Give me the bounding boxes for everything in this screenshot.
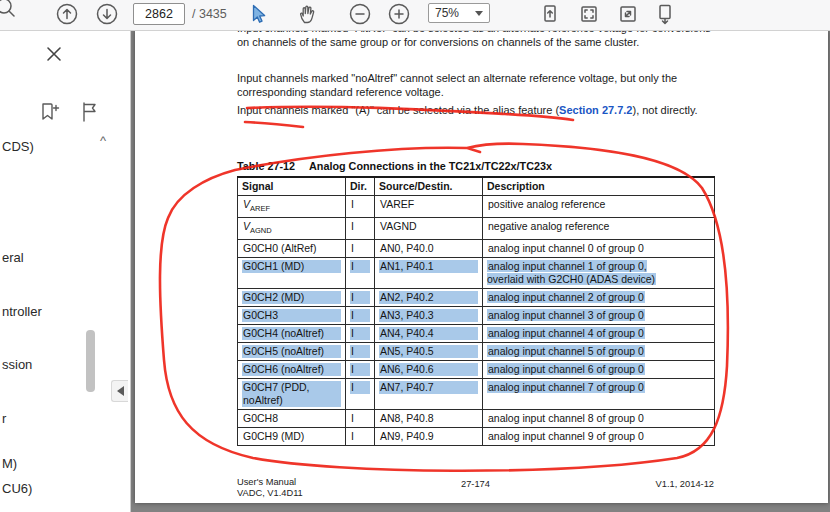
chevron-down-icon: [475, 11, 483, 16]
single-page-view-icon[interactable]: [538, 2, 562, 26]
select-tool-icon[interactable]: [246, 2, 270, 26]
footer-page-number: 27-174: [237, 479, 714, 489]
table-header-row: Signal Dir. Source/Destin. Description: [238, 177, 715, 196]
table-row: G0CH4 (noAltref)IAN4, P40.4analog input …: [238, 325, 715, 343]
table-row: G0CH9 (MD)IAN9, P40.9analog input channe…: [238, 428, 715, 446]
strikethrough-mark-2: [245, 122, 303, 127]
footer-left: User's Manual VADC, V1.4D11: [237, 477, 303, 499]
column-header: Source/Destin.: [375, 177, 483, 196]
table-row: VAGNDIVAGNDnegative analog reference: [238, 218, 715, 240]
table-row: G0CH8IAN8, P40.8analog input channel 8 o…: [238, 410, 715, 428]
collapse-panel-button[interactable]: [111, 380, 128, 402]
table-row: G0CH7 (PDD,noAltref)IAN7, P40.7analog in…: [238, 379, 715, 410]
pdf-page: Input channels marked "AltRef" can be se…: [135, 30, 828, 503]
triangle-left-icon: [117, 386, 124, 396]
sidebar-panel: ^ CDS) eral ntroller ssion r M) CU6): [0, 30, 131, 512]
add-bookmark-icon[interactable]: [36, 100, 60, 124]
section-link[interactable]: Section 27.7.2: [559, 104, 632, 116]
previous-page-button[interactable]: [55, 2, 79, 26]
search-icon[interactable]: [0, 0, 15, 17]
paragraph: Input channels marked "AltRef" can be se…: [237, 30, 715, 50]
hand-tool-icon[interactable]: [296, 2, 320, 26]
table-row: VAREFIVAREFpositive analog reference: [238, 196, 715, 218]
column-header: Signal: [238, 177, 346, 196]
footer-version: V1.1, 2014-12: [237, 479, 714, 489]
table-row: G0CH6 (noAltref)IAN6, P40.6analog input …: [238, 361, 715, 379]
zoom-level-value: 75%: [435, 6, 459, 20]
toolbar: / 3435 75%: [0, 0, 830, 31]
pdf-viewer-window: / 3435 75%: [0, 0, 830, 512]
table-caption: Table 27-12Analog Connections in the TC2…: [237, 160, 552, 172]
next-page-button[interactable]: [95, 2, 119, 26]
paragraph-text: ), not directly.: [632, 104, 697, 116]
table-row: G0CH2 (MD)IAN2, P40.2analog input channe…: [238, 289, 715, 307]
continuous-scroll-icon[interactable]: [653, 2, 677, 26]
close-panel-icon[interactable]: [42, 42, 66, 66]
column-header: Description: [483, 177, 715, 196]
table-row: G0CH0 (AltRef)IAN0, P40.0analog input ch…: [238, 240, 715, 258]
paragraph-text: Input channels marked "(A)" can be selec…: [237, 104, 559, 116]
bookmark-item[interactable]: ssion: [2, 357, 32, 372]
document-viewport[interactable]: Input channels marked "AltRef" can be se…: [130, 30, 830, 512]
bookmark-item[interactable]: M): [2, 456, 17, 471]
footer-module-label: VADC, V1.4D11: [237, 488, 303, 499]
flag-icon[interactable]: [78, 100, 102, 124]
analog-connections-table: Signal Dir. Source/Destin. Description V…: [237, 176, 715, 446]
fit-page-icon[interactable]: [577, 2, 601, 26]
page-number-input[interactable]: [133, 3, 185, 25]
table-row: G0CH1 (MD)IAN1, P40.1analog input channe…: [238, 258, 715, 289]
page-total-label: / 3435: [192, 7, 227, 21]
chevron-up-icon[interactable]: ^: [100, 133, 106, 148]
footer-manual-label: User's Manual: [237, 477, 303, 488]
analog-table-body: VAREFIVAREFpositive analog referenceVAGN…: [238, 196, 715, 446]
table-row: G0CH5 (noAltref)IAN5, P40.5analog input …: [238, 343, 715, 361]
zoom-level-dropdown[interactable]: 75%: [428, 3, 490, 23]
column-header: Dir.: [346, 177, 375, 196]
zoom-in-icon[interactable]: [387, 2, 411, 26]
bookmark-item[interactable]: CU6): [2, 481, 32, 496]
fullscreen-icon[interactable]: [616, 2, 640, 26]
paragraph: Input channels marked "noAltref" cannot …: [237, 72, 715, 100]
bookmark-item[interactable]: eral: [2, 250, 24, 265]
bookmark-item[interactable]: ntroller: [2, 304, 42, 319]
zoom-out-icon[interactable]: [348, 2, 372, 26]
paragraph: Input channels marked "(A)" can be selec…: [237, 104, 715, 118]
bookmark-item[interactable]: r: [2, 411, 6, 426]
sidebar-scrollbar[interactable]: [86, 330, 95, 392]
table-row: G0CH3IAN3, P40.3analog input channel 3 o…: [238, 307, 715, 325]
table-number: Table 27-12: [237, 160, 295, 172]
bookmark-item[interactable]: CDS): [2, 139, 34, 154]
table-title-text: Analog Connections in the TC21x/TC22x/TC…: [309, 160, 552, 172]
